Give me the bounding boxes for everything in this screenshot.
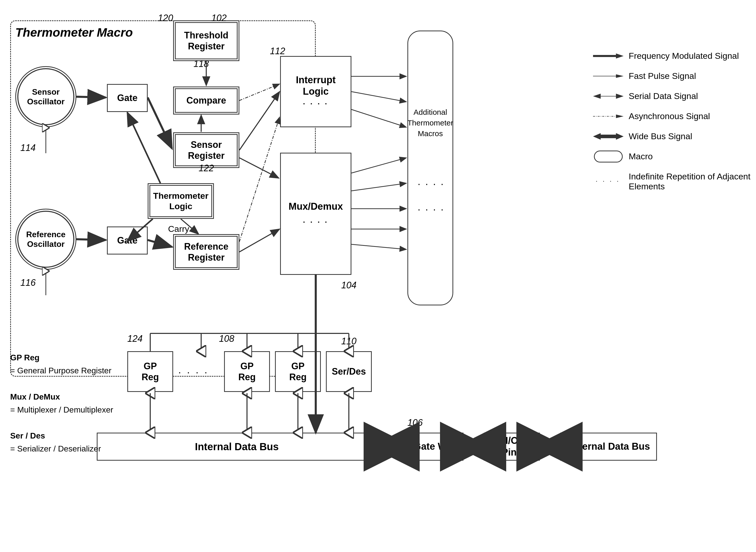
- internal-data-bus-box: Internal Data Bus: [97, 433, 377, 461]
- io-pins-box: I/OPins: [484, 433, 540, 461]
- serial-data-label: Serial Data Signal: [629, 91, 698, 101]
- svg-line-39: [351, 110, 406, 127]
- ref-120: 120: [158, 13, 173, 23]
- sensor-oscillator: SensorOscillator: [15, 66, 76, 127]
- ref-118: 118: [194, 58, 209, 69]
- thermo-macro-label: Thermometer Macro: [15, 25, 133, 39]
- indef-rep-label: Indefinite Repetition of Adjacent Elemen…: [629, 171, 751, 191]
- ref-108: 108: [219, 333, 234, 344]
- legend-fast-pulse: Fast Pulse Signal: [593, 71, 751, 81]
- ref-114: 114: [20, 143, 36, 153]
- ref-116: 116: [20, 277, 36, 288]
- abbreviations: GP Reg = General Purpose Register Mux / …: [10, 351, 113, 455]
- indef-rep-icon: · · · ·: [593, 178, 624, 185]
- legend-macro: Macro: [593, 151, 751, 161]
- compare-box: Compare: [173, 87, 239, 115]
- gate2-box: Gate: [107, 227, 148, 255]
- svg-line-40: [351, 158, 406, 173]
- gp-reg1-box: GPReg: [127, 351, 173, 392]
- macro-icon: [593, 153, 624, 160]
- thermometer-logic-box: ThermometerLogic: [148, 183, 214, 219]
- ref-110: 110: [341, 336, 356, 347]
- svg-line-38: [351, 92, 406, 102]
- freq-mod-icon: [593, 52, 624, 60]
- serial-data-icon: [593, 92, 624, 100]
- reference-oscillator: ReferenceOscillator: [15, 209, 76, 270]
- mux-demux-box: Mux/Demux· · · ·: [280, 153, 351, 275]
- async-icon: [593, 113, 624, 120]
- reference-register-box: ReferenceRegister: [173, 234, 239, 270]
- external-data-bus-box: External Data Bus: [560, 433, 657, 461]
- sensor-register-box: SensorRegister: [173, 132, 239, 168]
- ref-106: 106: [407, 417, 423, 428]
- ref-124: 124: [127, 333, 142, 344]
- dots-gp: · · · ·: [178, 367, 209, 378]
- legend-async: Asynchronous Signal: [593, 111, 751, 121]
- svg-marker-6: [616, 94, 624, 99]
- gate1-box: Gate: [107, 84, 148, 112]
- gate-way-box: Gate Way: [407, 433, 463, 461]
- svg-marker-8: [616, 115, 624, 118]
- legend-box: Frequency Modulated Signal Fast Pulse Si…: [593, 51, 751, 201]
- svg-rect-12: [594, 151, 622, 162]
- ref-122: 122: [199, 163, 214, 173]
- wide-bus-icon: [593, 133, 624, 140]
- svg-marker-11: [616, 133, 624, 140]
- ser-des-box: Ser/Des: [326, 351, 372, 392]
- additional-macros-box: [407, 30, 453, 305]
- ref-104: 104: [341, 280, 356, 291]
- svg-marker-1: [616, 53, 624, 58]
- legend-indef-rep: · · · · Indefinite Repetition of Adjacen…: [593, 171, 751, 191]
- ref-112: 112: [270, 46, 285, 56]
- async-label: Asynchronous Signal: [629, 111, 710, 121]
- dots-additional: · · · ·: [418, 178, 445, 189]
- macro-label: Macro: [629, 151, 653, 161]
- freq-mod-label: Frequency Modulated Signal: [629, 51, 739, 61]
- wide-bus-label: Wide Bus Signal: [629, 131, 692, 141]
- diagram-container: Thermometer Macro Additional Thermometer…: [0, 0, 756, 552]
- svg-line-41: [351, 183, 406, 191]
- fast-pulse-icon: [593, 72, 624, 80]
- additional-macros-label: Additional Thermometer Macros: [405, 107, 456, 139]
- gp-reg3-box: GPReg: [275, 351, 321, 392]
- svg-text:· · · ·: · · · ·: [596, 178, 620, 185]
- legend-freq-mod: Frequency Modulated Signal: [593, 51, 751, 61]
- svg-marker-3: [616, 74, 624, 78]
- legend-wide-bus: Wide Bus Signal: [593, 131, 751, 141]
- svg-line-44: [351, 244, 406, 249]
- carry-label: Carry: [168, 224, 189, 234]
- threshold-register-box: ThresholdRegister: [173, 20, 239, 61]
- svg-marker-4: [593, 94, 601, 99]
- svg-marker-9: [593, 133, 601, 140]
- gp-reg2-box: GPReg: [224, 351, 270, 392]
- dots-additional2: · · · ·: [418, 203, 445, 215]
- svg-rect-10: [601, 135, 616, 138]
- fast-pulse-label: Fast Pulse Signal: [629, 71, 696, 81]
- ref-102: 102: [211, 13, 227, 23]
- interrupt-logic-box: InterruptLogic· · · ·: [280, 56, 351, 127]
- legend-serial-data: Serial Data Signal: [593, 91, 751, 101]
